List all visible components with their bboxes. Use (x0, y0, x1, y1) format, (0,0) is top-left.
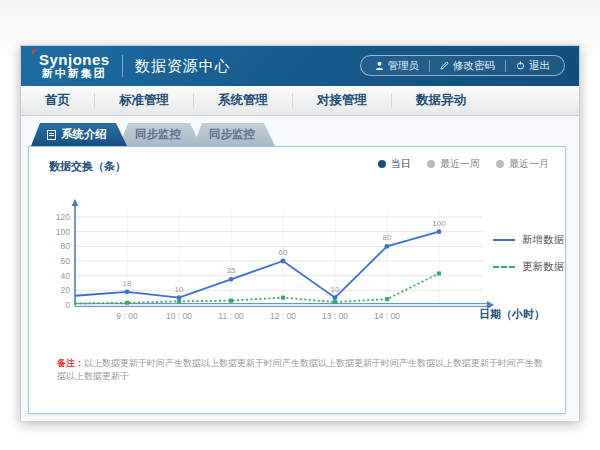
svg-text:20: 20 (61, 285, 71, 295)
footnote-prefix: 备注： (57, 358, 84, 368)
tab-sync-monitor-2[interactable]: 同步监控 (193, 123, 275, 146)
radio-today[interactable]: 当日 (378, 157, 411, 171)
y-axis-title: 数据交换（条） (49, 159, 126, 174)
svg-text:10 : 00: 10 : 00 (166, 311, 192, 321)
brand-logo: Synjones 新中新集团 (39, 52, 110, 79)
user-menu-item-admin[interactable]: 管理员 (365, 59, 430, 73)
svg-text:10: 10 (175, 285, 184, 294)
footnote: 备注：以上数据更新于时间产生数据以上数据更新于时间产生数据以上数据更新于时间产生… (57, 357, 547, 383)
user-menu-label: 退出 (529, 59, 550, 73)
radio-last-week[interactable]: 最近一周 (427, 157, 480, 171)
user-menu-item-logout[interactable]: 退出 (506, 59, 560, 73)
app-header: Synjones 新中新集团 数据资源中心 管理员 修改密码 退出 (21, 46, 579, 86)
user-menu-label: 修改密码 (453, 59, 495, 73)
svg-text:18: 18 (123, 279, 132, 288)
radio-dot-icon (378, 160, 386, 168)
nav-item-standard-mgmt[interactable]: 标准管理 (95, 86, 193, 115)
chart-legend: 新增数据 更新数据 (493, 233, 564, 274)
svg-text:40: 40 (61, 271, 71, 281)
line-chart: 0204060801001209 : 0010 : 0011 : 0012 : … (41, 187, 501, 335)
svg-text:11 : 00: 11 : 00 (218, 311, 244, 321)
radio-label: 最近一月 (509, 157, 549, 171)
nav-item-home[interactable]: 首页 (21, 86, 94, 115)
svg-text:0: 0 (65, 300, 70, 310)
legend-label: 新增数据 (522, 233, 564, 247)
tab-system-intro[interactable]: 系统介绍 (31, 123, 127, 146)
x-axis-title: 日期（小时） (479, 307, 545, 322)
radio-label: 最近一周 (440, 157, 480, 171)
svg-text:60: 60 (61, 256, 71, 266)
svg-text:100: 100 (56, 227, 70, 237)
user-menu: 管理员 修改密码 退出 (360, 55, 566, 76)
user-menu-label: 管理员 (388, 59, 420, 73)
edit-icon (440, 61, 449, 70)
svg-text:9 : 00: 9 : 00 (116, 311, 138, 321)
tab-label: 同步监控 (209, 127, 255, 142)
time-range-radios: 当日 最近一周 最近一月 (378, 157, 549, 171)
header-divider (122, 55, 123, 77)
nav-item-system-mgmt[interactable]: 系统管理 (194, 86, 292, 115)
radio-dot-icon (496, 160, 504, 168)
logo-text: Synjones (39, 52, 110, 68)
user-icon (375, 61, 384, 70)
nav-item-docking-mgmt[interactable]: 对接管理 (293, 86, 391, 115)
logo-red-flag-icon (32, 50, 37, 55)
document-icon (47, 130, 56, 140)
legend-item-updated-data[interactable]: 更新数据 (493, 260, 564, 274)
svg-text:14 : 00: 14 : 00 (374, 311, 400, 321)
power-icon (516, 61, 525, 70)
svg-text:12 : 00: 12 : 00 (270, 311, 296, 321)
app-title: 数据资源中心 (135, 57, 231, 76)
tab-label: 系统介绍 (61, 127, 107, 142)
svg-text:80: 80 (383, 233, 392, 242)
radio-last-month[interactable]: 最近一月 (496, 157, 549, 171)
app-window: Synjones 新中新集团 数据资源中心 管理员 修改密码 退出 首页 标准 (20, 45, 580, 421)
svg-text:13 : 00: 13 : 00 (322, 311, 348, 321)
chart-panel: 当日 最近一周 最近一月 数据交换（条） 0204060801001209 : … (28, 146, 566, 414)
nav-item-data-change[interactable]: 数据异动 (392, 86, 490, 115)
content-area: 系统介绍 同步监控 同步监控 当日 最近一周 (21, 116, 579, 421)
svg-text:100: 100 (432, 219, 446, 228)
tab-label: 同步监控 (135, 127, 181, 142)
radio-label: 当日 (391, 157, 411, 171)
legend-swatch-line-icon (493, 239, 515, 241)
legend-item-added-data[interactable]: 新增数据 (493, 233, 564, 247)
legend-label: 更新数据 (522, 260, 564, 274)
svg-text:80: 80 (61, 241, 71, 251)
svg-text:60: 60 (279, 248, 288, 257)
user-menu-item-change-password[interactable]: 修改密码 (430, 59, 505, 73)
svg-text:120: 120 (56, 212, 70, 222)
legend-swatch-dotted-line-icon (493, 266, 515, 268)
radio-dot-icon (427, 160, 435, 168)
logo-subtext: 新中新集团 (39, 68, 110, 80)
footnote-text: 以上数据更新于时间产生数据以上数据更新于时间产生数据以上数据更新于时间产生数据以… (57, 358, 543, 381)
svg-text:35: 35 (227, 266, 236, 275)
svg-text:10: 10 (331, 285, 340, 294)
main-nav: 首页 标准管理 系统管理 对接管理 数据异动 (21, 86, 579, 116)
tab-sync-monitor-1[interactable]: 同步监控 (119, 123, 201, 146)
tab-bar: 系统介绍 同步监控 同步监控 (31, 123, 267, 146)
